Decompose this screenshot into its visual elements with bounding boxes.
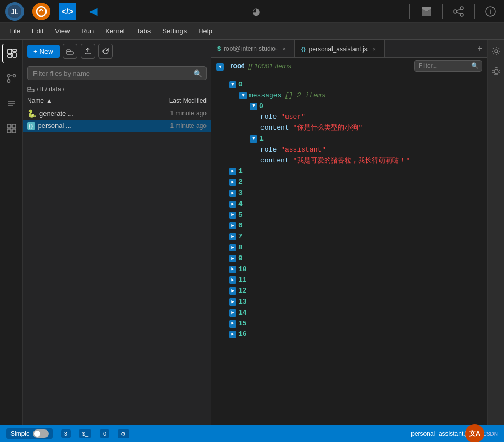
tree-row: ▶7 <box>219 231 480 242</box>
key-15: 15 <box>238 319 247 330</box>
toggle-6[interactable]: ▶ <box>229 222 236 229</box>
file-item[interactable]: 🐍 generate ... 1 minute ago <box>23 107 211 120</box>
kernel-icon[interactable] <box>32 3 50 20</box>
tree-row: ▼ 0 <box>219 101 480 112</box>
svg-point-3 <box>460 7 463 10</box>
toggle-13[interactable]: ▶ <box>229 298 236 306</box>
val-assistant: "assistant" <box>281 145 326 156</box>
toggle-0[interactable]: ▼ <box>229 81 236 88</box>
status-bar-right: personal_assistant.json CSDN <box>411 430 498 437</box>
file-filter-container: 🔍 <box>27 66 207 80</box>
info-icon[interactable]: i <box>482 3 499 20</box>
key-8: 8 <box>238 242 243 253</box>
key-16: 16 <box>238 329 247 340</box>
sort-by-name[interactable]: Name ▲ <box>27 97 136 104</box>
toggle-7[interactable]: ▶ <box>229 233 236 240</box>
key-11: 11 <box>238 275 247 286</box>
menu-bar: File Edit View Run Kernel Tabs Settings … <box>0 23 504 40</box>
toggle-msg1[interactable]: ▼ <box>250 135 257 143</box>
toggle-12[interactable]: ▶ <box>229 287 236 295</box>
tree-row: ▶9 <box>219 253 480 264</box>
svg-text:JL: JL <box>11 8 18 16</box>
compass-icon: ◕ <box>252 6 260 17</box>
menu-tabs[interactable]: Tabs <box>131 25 156 37</box>
json-file-icon: {} <box>27 122 35 130</box>
json-viewer[interactable]: ▼ 0 ▼ messages [] 2 items ▼ 0 role "user… <box>211 74 487 425</box>
terminal-tab-label: root@intern-studio- <box>224 45 278 52</box>
toggle-5[interactable]: ▶ <box>229 212 236 219</box>
list-icon[interactable] <box>2 94 21 113</box>
svg-rect-22 <box>7 129 11 133</box>
menu-kernel[interactable]: Kernel <box>100 25 130 37</box>
main-layout: + + New New 🔍 / ft / data / Name <box>0 40 504 425</box>
root-meta: [] 10001 items <box>248 62 291 70</box>
right-bug-icon[interactable] <box>489 64 503 78</box>
file-panel: + + New New 🔍 / ft / data / Name <box>23 40 211 425</box>
tree-row: ▶12 <box>219 286 480 297</box>
tree-row: ▼ messages [] 2 items <box>219 90 480 101</box>
toggle-2[interactable]: ▶ <box>229 179 236 186</box>
new-file-button[interactable]: + + New New <box>27 45 60 58</box>
status-bar: Simple 3 $_ 0 ⚙ personal_assistant.json … <box>0 425 504 442</box>
toggle-14[interactable]: ▶ <box>229 309 236 317</box>
new-tab-button[interactable]: + <box>473 40 487 57</box>
toggle-messages[interactable]: ▼ <box>239 92 247 99</box>
svg-rect-23 <box>12 129 16 133</box>
root-toggle[interactable]: ▼ <box>216 63 224 71</box>
tab-json[interactable]: {} personal_assistant.js × <box>295 40 385 57</box>
kernel-count-badge: 0 <box>100 429 109 438</box>
menu-file[interactable]: File <box>4 25 26 37</box>
refresh-button[interactable] <box>98 44 113 59</box>
toggle-8[interactable]: ▶ <box>229 244 236 251</box>
key-6: 6 <box>238 220 243 231</box>
key-14: 14 <box>238 308 247 319</box>
sort-arrow-icon: ▲ <box>46 97 52 104</box>
git-icon[interactable] <box>2 69 21 88</box>
json-tab-close[interactable]: × <box>371 45 378 53</box>
accessibility-button[interactable]: 文A <box>465 424 484 442</box>
toggle-10[interactable]: ▶ <box>229 266 236 273</box>
menu-settings[interactable]: Settings <box>157 25 192 37</box>
file-list-header: Name ▲ Last Modified <box>23 95 211 107</box>
key-3: 3 <box>238 188 243 199</box>
tree-row: content "你是什么类型的小狗" <box>219 123 480 134</box>
toggle-1[interactable]: ▶ <box>229 168 236 175</box>
file-filter-input[interactable] <box>27 66 207 80</box>
toggle-3[interactable]: ▶ <box>229 190 236 197</box>
code-icon[interactable]: </> <box>59 3 76 20</box>
terminal-tab-close[interactable]: × <box>281 45 288 52</box>
col-last-modified: Last Modified <box>139 97 207 104</box>
toggle-11[interactable]: ▶ <box>229 276 236 284</box>
menu-help[interactable]: Help <box>193 25 217 37</box>
right-settings-icon[interactable] <box>489 44 503 59</box>
collapsed-items: ▶1▶2▶3▶4▶5▶6▶7▶8▶9▶10▶11▶12▶13▶14▶15▶16 <box>219 166 480 340</box>
svg-point-29 <box>494 69 498 74</box>
toggle-4[interactable]: ▶ <box>229 201 236 208</box>
key-2: 2 <box>238 177 243 188</box>
simple-toggle[interactable]: Simple <box>6 428 53 439</box>
val-content1: "你是什么类型的小狗" <box>293 123 363 134</box>
share-icon[interactable] <box>450 3 467 20</box>
gear-badge[interactable]: ⚙ <box>118 429 129 438</box>
svg-point-4 <box>454 10 457 13</box>
upload-file-button[interactable] <box>81 44 95 59</box>
menu-edit[interactable]: Edit <box>27 25 49 37</box>
toggle-msg0[interactable]: ▼ <box>250 103 257 110</box>
tree-row: role "user" <box>219 112 480 123</box>
file-item-selected[interactable]: {} personal ... 1 minute ago <box>23 120 211 132</box>
menu-view[interactable]: View <box>50 25 75 37</box>
extensions-icon[interactable] <box>2 119 21 138</box>
toggle-9[interactable]: ▶ <box>229 255 236 262</box>
toggle-16[interactable]: ▶ <box>229 331 236 338</box>
tab-terminal[interactable]: $ root@intern-studio- × <box>211 40 295 57</box>
upload-folder-button[interactable] <box>63 44 77 59</box>
toggle-switch[interactable] <box>33 429 49 438</box>
files-icon[interactable] <box>2 44 21 63</box>
top-bar: JL </> ◀ ◕ i <box>0 0 504 23</box>
python-file-icon: 🐍 <box>27 109 36 118</box>
toggle-15[interactable]: ▶ <box>229 320 236 328</box>
key-messages: messages <box>249 90 281 101</box>
vs-icon[interactable]: ◀ <box>85 3 102 20</box>
menu-run[interactable]: Run <box>76 25 99 37</box>
tf-icon[interactable] <box>418 3 435 20</box>
